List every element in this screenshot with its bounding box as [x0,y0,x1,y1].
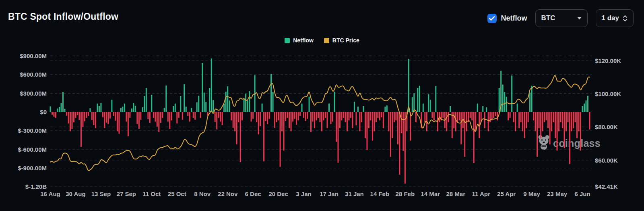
netflow-bar[interactable] [320,112,321,122]
netflow-bar[interactable] [314,112,315,128]
netflow-bar[interactable] [568,112,569,122]
netflow-bar[interactable] [334,92,335,112]
netflow-bar[interactable] [482,106,483,112]
netflow-bar[interactable] [431,112,433,118]
netflow-bar[interactable] [453,112,454,128]
netflow-bar[interactable] [274,112,275,128]
netflow-bar[interactable] [575,112,576,122]
netflow-bar[interactable] [330,112,331,124]
netflow-bar[interactable] [459,112,460,121]
netflow-bar[interactable] [215,112,216,122]
netflow-bar[interactable] [140,112,141,120]
netflow-bar[interactable] [576,112,578,138]
netflow-bar[interactable] [258,112,259,135]
netflow-bar[interactable] [405,112,406,184]
netflow-bar[interactable] [399,112,400,175]
netflow-bar[interactable] [265,112,266,121]
netflow-bar[interactable] [287,112,288,118]
netflow-bar[interactable] [77,112,78,115]
netflow-bar[interactable] [292,112,293,122]
netflow-bar[interactable] [129,112,130,118]
netflow-bar[interactable] [73,112,74,122]
netflow-bar[interactable] [160,112,161,123]
netflow-bar[interactable] [213,100,214,112]
netflow-bar[interactable] [305,112,306,121]
netflow-bar[interactable] [281,112,283,132]
netflow-bar[interactable] [401,112,402,134]
netflow-bar[interactable] [198,96,199,112]
netflow-bar[interactable] [564,112,565,148]
netflow-bar[interactable] [522,112,523,132]
netflow-bar[interactable] [384,107,386,112]
netflow-bar[interactable] [222,112,223,125]
netflow-bar[interactable] [70,112,71,132]
netflow-bar[interactable] [171,112,172,121]
netflow-bar[interactable] [276,112,277,122]
netflow-bar[interactable] [368,112,369,128]
netflow-bar[interactable] [100,103,101,112]
netflow-bar[interactable] [240,112,241,162]
netflow-bar[interactable] [460,112,462,144]
netflow-bar[interactable] [310,112,312,132]
netflow-bar[interactable] [209,88,210,112]
netflow-bar[interactable] [227,86,228,112]
netflow-bar[interactable] [540,112,541,138]
netflow-bar[interactable] [326,112,328,128]
netflow-bar[interactable] [182,112,183,120]
netflow-bar[interactable] [354,102,355,112]
netflow-bar[interactable] [379,112,380,121]
netflow-bar[interactable] [301,104,303,112]
netflow-bar[interactable] [211,58,212,112]
netflow-bar[interactable] [533,112,534,121]
netflow-bar[interactable] [115,112,116,121]
netflow-bar[interactable] [366,112,367,150]
legend-item-btc-price[interactable]: BTC Price [324,37,359,44]
netflow-bar[interactable] [546,112,547,121]
netflow-bar[interactable] [220,112,221,122]
netflow-bar[interactable] [549,112,551,144]
netflow-bar[interactable] [553,112,554,122]
netflow-bar[interactable] [428,94,429,112]
netflow-bar[interactable] [547,112,549,128]
netflow-bar[interactable] [388,112,389,132]
netflow-bar[interactable] [513,112,514,122]
netflow-bar[interactable] [560,112,561,122]
netflow-bar[interactable] [97,104,98,112]
netflow-bar[interactable] [75,112,76,118]
netflow-bar[interactable] [117,112,118,132]
netflow-bar[interactable] [176,112,178,124]
netflow-bar[interactable] [118,112,120,134]
netflow-bar[interactable] [155,112,156,122]
netflow-bar[interactable] [332,112,333,122]
netflow-bar[interactable] [589,112,590,130]
netflow-bar[interactable] [162,112,163,118]
netflow-bar[interactable] [337,112,339,163]
netflow-bar[interactable] [68,112,69,124]
netflow-checkbox-group[interactable]: Netflow [487,14,527,23]
netflow-bar[interactable] [312,112,314,122]
netflow-bar[interactable] [247,100,248,112]
netflow-bar[interactable] [397,112,398,144]
netflow-bar[interactable] [55,112,56,118]
netflow-bar[interactable] [573,112,574,128]
netflow-bar[interactable] [256,112,257,122]
netflow-bar[interactable] [113,112,114,116]
netflow-bar[interactable] [551,112,552,132]
netflow-bar[interactable] [455,112,456,132]
netflow-bar[interactable] [64,109,65,112]
netflow-bar[interactable] [374,112,375,132]
netflow-bar[interactable] [415,112,417,122]
netflow-bar[interactable] [323,112,324,121]
interval-select[interactable]: 1 day [596,9,634,27]
netflow-bar[interactable] [80,112,82,147]
netflow-bar[interactable] [542,112,543,132]
netflow-bar[interactable] [200,112,201,118]
netflow-bar[interactable] [352,112,353,128]
netflow-bar[interactable] [442,112,444,118]
netflow-bar[interactable] [584,104,585,112]
netflow-bar[interactable] [164,108,165,112]
netflow-checkbox[interactable] [487,14,497,23]
netflow-bar[interactable] [175,104,176,112]
netflow-bar[interactable] [386,105,388,112]
netflow-bar[interactable] [539,112,540,128]
